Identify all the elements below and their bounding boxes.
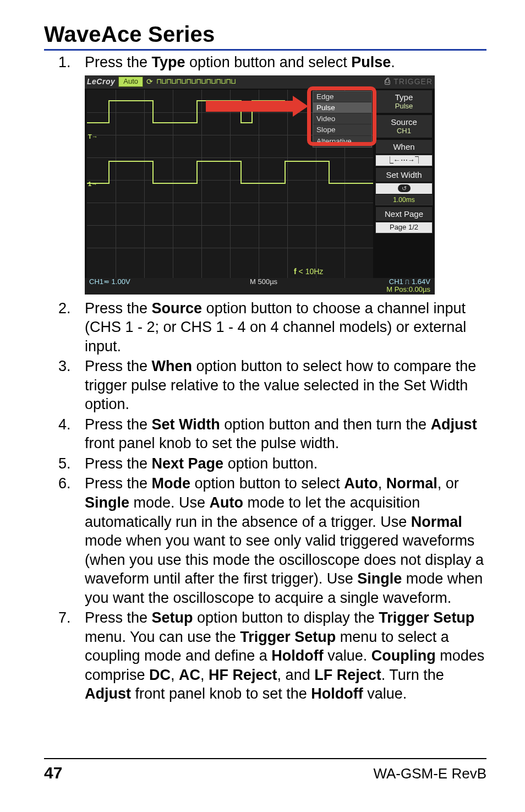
bold: LF Reject xyxy=(314,667,381,683)
dropdown-option-slope[interactable]: Slope xyxy=(313,124,371,135)
page-title: WaveAce Series xyxy=(44,22,486,47)
text: . xyxy=(391,54,395,70)
bold: When xyxy=(152,358,193,374)
document-page: WaveAce Series Press the Type option but… xyxy=(0,0,525,812)
text: , or xyxy=(438,475,459,492)
text: option button to display the xyxy=(193,609,379,626)
footer-rule xyxy=(44,758,486,759)
text: Press the xyxy=(85,54,152,70)
adjust-knob-icon: ↺ xyxy=(398,184,411,192)
arm-icon: ⟳ xyxy=(146,77,153,87)
softkey-nextpage[interactable]: Next Page xyxy=(375,206,433,221)
text: front panel knob to set the pulse width. xyxy=(85,435,339,451)
bold: Auto xyxy=(210,494,243,511)
step-6: Press the Mode option button to select A… xyxy=(75,474,486,607)
page-footer: 47 WA-GSM-E RevB xyxy=(44,758,486,782)
bold: Next Page xyxy=(152,455,224,472)
text: option button to select xyxy=(190,475,344,492)
softkey-setwidth-label: Set Width xyxy=(386,170,422,179)
bold: Holdoff xyxy=(271,647,323,664)
bold: Setup xyxy=(152,609,193,626)
bold: DC xyxy=(149,667,171,683)
bold: Adjust xyxy=(431,416,477,433)
scope-screen: LeCroy Auto ⟳ ⊓⊔⊓⊔⊓⊔⊓⊔⊓⊔⊓⊔⊓⊔⊓⊔ ⎙ TRIGGER xyxy=(85,75,435,295)
bold: Trigger Setup xyxy=(240,629,336,645)
step-1: Press the Type option button and select … xyxy=(75,53,486,295)
bold: Trigger Setup xyxy=(379,609,474,626)
softkey-setwidth-value: 1.00ms xyxy=(375,195,433,205)
text: , and xyxy=(277,667,315,683)
softkey-when-label: When xyxy=(393,142,414,151)
footer-doc-id: WA-GSM-E RevB xyxy=(373,765,486,782)
softkey-setwidth-valuebox: ↺ xyxy=(375,183,433,194)
text: , xyxy=(171,667,179,683)
softkey-when-glyph: ⎿←⋯→⏋ xyxy=(375,155,433,166)
bold: Coupling xyxy=(371,647,436,664)
type-dropdown: Edge Pulse Video Slope Alternative xyxy=(313,91,372,148)
softkey-type-value: Pulse xyxy=(377,102,431,111)
text: menu. You can use the xyxy=(85,629,240,645)
softkey-when[interactable]: When xyxy=(375,139,433,154)
status-ch1: CH1≂ 1.00V xyxy=(89,278,130,286)
dropdown-option-video[interactable]: Video xyxy=(313,113,371,124)
bold: Adjust xyxy=(85,685,131,702)
waveform-preview-icon: ⊓⊔⊓⊔⊓⊔⊓⊔⊓⊔⊓⊔⊓⊔⊓⊔ xyxy=(156,77,236,86)
dropdown-option-edge[interactable]: Edge xyxy=(313,91,371,102)
bold: Source xyxy=(152,300,203,317)
status-timebase: M 500µs xyxy=(250,278,277,286)
text: value. xyxy=(363,685,407,702)
text: , xyxy=(200,667,209,683)
text: option button and select xyxy=(185,54,352,70)
text: option button. xyxy=(223,455,318,472)
bold: Holdoff xyxy=(311,685,363,702)
text: option button and then turn the xyxy=(220,416,431,433)
status-position: M Pos:0.00µs xyxy=(386,286,430,293)
step-2: Press the Source option button to choose… xyxy=(75,299,486,356)
bold: Type xyxy=(152,54,185,70)
text: Press the xyxy=(85,455,152,472)
status-trigger: CH1 ⎍ 1.64V xyxy=(386,278,430,286)
dropdown-option-pulse[interactable]: Pulse xyxy=(313,102,371,113)
text: . Turn the xyxy=(381,667,444,683)
print-icon: ⎙ xyxy=(385,76,390,87)
step-5: Press the Next Page option button. xyxy=(75,454,486,473)
numbered-steps: Press the Type option button and select … xyxy=(44,53,486,704)
bold: Auto xyxy=(344,475,378,492)
scope-topbar: LeCroy Auto ⟳ ⊓⊔⊓⊔⊓⊔⊓⊔⊓⊔⊓⊔⊓⊔⊓⊔ ⎙ TRIGGER xyxy=(85,75,435,89)
text: Press the xyxy=(85,358,152,374)
step-3: Press the When option button to select h… xyxy=(75,357,486,414)
softkey-nextpage-label: Next Page xyxy=(385,209,423,219)
step-7: Press the Setup option button to display… xyxy=(75,608,486,704)
bold: Single xyxy=(357,570,402,587)
step-4: Press the Set Width option button and th… xyxy=(75,415,486,453)
bold: Mode xyxy=(152,475,191,492)
softkey-source[interactable]: Source CH1 xyxy=(375,115,433,138)
scope-statusbar: CH1≂ 1.00V M 500µs CH1 ⎍ 1.64V M Pos:0.0… xyxy=(85,278,435,295)
text: front panel knob to set the xyxy=(131,685,311,702)
softkey-type[interactable]: Type Pulse xyxy=(375,90,433,113)
brand-label: LeCroy xyxy=(87,77,115,87)
bold: Normal xyxy=(386,475,438,492)
text: Press the xyxy=(85,609,152,626)
oscilloscope-screenshot: LeCroy Auto ⟳ ⊓⊔⊓⊔⊓⊔⊓⊔⊓⊔⊓⊔⊓⊔⊓⊔ ⎙ TRIGGER xyxy=(85,75,486,295)
softkey-page-indicator: Page 1/2 xyxy=(375,222,433,233)
softkey-type-label: Type xyxy=(395,92,413,102)
title-underline xyxy=(44,49,486,51)
text: Press the xyxy=(85,416,152,433)
text: Press the xyxy=(85,475,152,492)
trigger-frequency: f f < 10Hz < 10Hz xyxy=(294,267,323,277)
bold: HF Reject xyxy=(209,667,277,683)
trigger-title: TRIGGER xyxy=(393,77,433,87)
softkey-setwidth[interactable]: Set Width xyxy=(375,167,433,182)
softkey-source-value: CH1 xyxy=(377,127,431,135)
acq-status-badge: Auto xyxy=(118,77,143,87)
trigger-softkey-menu: Type Pulse Source CH1 When ⎿←⋯→⏋ Set Wid xyxy=(375,90,433,233)
footer-page-number: 47 xyxy=(44,764,62,782)
text: value. xyxy=(324,647,371,664)
text: Press the xyxy=(85,300,152,317)
bold: Single xyxy=(85,494,129,511)
bold: Set Width xyxy=(152,416,220,433)
softkey-source-label: Source xyxy=(391,117,417,127)
bold: Pulse xyxy=(351,54,391,70)
dropdown-option-alternative[interactable]: Alternative xyxy=(313,136,371,147)
